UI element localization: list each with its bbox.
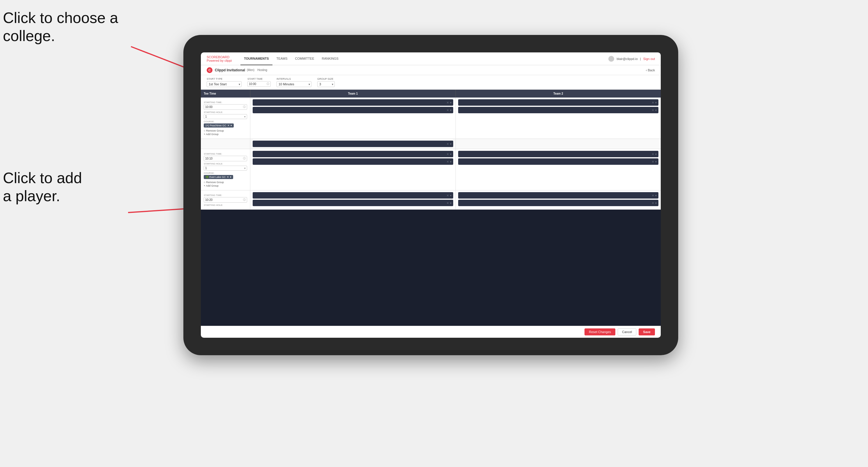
course-tag-2[interactable]: 🌿 East Lake GC ✕ ▾: [204, 175, 233, 179]
player-slot[interactable]: ✕ ▾: [253, 107, 453, 113]
course-label-1: COURSE:: [204, 120, 247, 123]
hosting-label: Hosting: [257, 68, 267, 72]
remove-group-btn-1[interactable]: ○ Remove Group: [204, 129, 247, 132]
slot-close-icon[interactable]: ✕: [652, 108, 654, 112]
slot-close-icon[interactable]: ✕: [652, 160, 654, 163]
add-group-btn-1[interactable]: + Add Group: [204, 133, 247, 136]
starting-time-input-3[interactable]: 10:20ⓘ: [204, 197, 247, 203]
player-slot[interactable]: ✕ ▾: [253, 158, 453, 165]
nav-tab-teams[interactable]: TEAMS: [273, 53, 291, 65]
start-time-label: Start Time: [247, 77, 271, 80]
nav-separator: |: [640, 57, 641, 61]
slot-chevron-icon[interactable]: ▾: [450, 153, 452, 156]
start-time-input[interactable]: 10:00 ⓘ: [247, 81, 271, 87]
team2-col-3: ✕ ▾ ✕ ▾: [456, 190, 661, 209]
table-row: STARTING TIME: 10:10ⓘ STARTING HOLE: 1▾ …: [201, 149, 661, 190]
starting-time-label-3: STARTING TIME:: [204, 194, 247, 196]
player-slot[interactable]: ✕ ▾: [253, 99, 453, 106]
player-slot[interactable]: ✕ ▾: [253, 192, 453, 198]
player-slot[interactable]: ✕ ▾: [253, 151, 453, 157]
remove-course-icon-1[interactable]: ✕: [227, 124, 230, 127]
slot-close-icon[interactable]: ✕: [446, 194, 449, 197]
remove-group-btn-2[interactable]: ○ Remove Group: [204, 181, 247, 184]
slot-close-icon[interactable]: ✕: [446, 160, 449, 163]
slot-chevron-icon[interactable]: ▾: [450, 143, 452, 146]
team2-col-2: ✕ ▾ ✕ ▾: [456, 149, 661, 190]
user-email: blair@clippd.io: [617, 57, 638, 61]
tee-col-1: STARTING TIME: 10:00ⓘ STARTING HOLE: 1▾ …: [201, 97, 250, 138]
slot-close-icon[interactable]: ✕: [652, 101, 654, 104]
nav-tab-tournaments[interactable]: TOURNAMENTS: [241, 53, 272, 65]
nav-right: blair@clippd.io | Sign out: [608, 56, 655, 62]
slot-chevron-icon[interactable]: ▾: [655, 201, 657, 205]
slot-chevron-icon[interactable]: ▾: [655, 194, 657, 197]
intervals-select-wrapper: 10 Minutes: [277, 81, 311, 87]
add-group-btn-2[interactable]: + Add Group: [204, 184, 247, 187]
slot-chevron-icon[interactable]: ▾: [655, 160, 657, 163]
intervals-select[interactable]: 10 Minutes: [277, 81, 311, 87]
back-button[interactable]: ‹ Back: [646, 68, 655, 72]
slot-close-icon[interactable]: ✕: [446, 101, 449, 104]
player-slot[interactable]: ✕ ▾: [253, 141, 453, 147]
course-label-2: COURSE:: [204, 172, 247, 175]
start-type-select[interactable]: 1st Tee Start: [207, 81, 242, 87]
slot-chevron-icon[interactable]: ▾: [450, 160, 452, 163]
slot-close-icon[interactable]: ✕: [652, 194, 654, 197]
th-team1: Team 1: [250, 90, 456, 97]
slot-chevron-icon[interactable]: ▾: [450, 201, 452, 205]
slot-close-icon[interactable]: ✕: [446, 108, 449, 112]
player-slot[interactable]: ✕ ▾: [458, 99, 659, 106]
slot-chevron-icon[interactable]: ▾: [450, 108, 452, 112]
slot-chevron-icon[interactable]: ▾: [450, 194, 452, 197]
remove-course-icon-2[interactable]: ✕: [227, 176, 229, 179]
player-slot[interactable]: ✕ ▾: [458, 107, 659, 113]
starting-time-input-2[interactable]: 10:10ⓘ: [204, 156, 247, 161]
group-actions-2: ○ Remove Group + Add Group: [204, 181, 247, 187]
course-tag-1[interactable]: (A) Peachtree GC ✕ ▾: [204, 123, 234, 127]
starting-time-input-1[interactable]: 10:00ⓘ: [204, 104, 247, 110]
start-type-select-wrapper: 1st Tee Start: [207, 81, 242, 87]
sign-out-link[interactable]: Sign out: [643, 57, 655, 61]
player-slot[interactable]: ✕ ▾: [458, 200, 659, 206]
logo-text: SCOREBOARD: [207, 55, 232, 59]
player-slot[interactable]: ✕ ▾: [458, 192, 659, 198]
starting-hole-input-2[interactable]: 1▾: [204, 166, 247, 170]
edit-course-icon-2[interactable]: ▾: [230, 176, 231, 179]
annotation-choose-college: Click to choose a college.: [3, 9, 118, 45]
slot-close-icon[interactable]: ✕: [446, 201, 449, 205]
slot-close-icon[interactable]: ✕: [652, 201, 654, 205]
reset-changes-button[interactable]: Reset Changes: [585, 329, 615, 335]
ann2-line2: a player.: [3, 187, 60, 205]
group-size-select-wrapper: 3: [317, 81, 335, 87]
slot-close-icon[interactable]: ✕: [446, 143, 449, 146]
slot-chevron-icon[interactable]: ▾: [450, 101, 452, 104]
nav-tab-committee[interactable]: COMMITTEE: [291, 53, 317, 65]
start-type-label: Start Type: [207, 77, 242, 80]
start-time-group: Start Time 10:00 ⓘ: [247, 77, 271, 87]
slot-chevron-icon[interactable]: ▾: [655, 153, 657, 156]
table-row: ✕ ▾: [201, 139, 661, 149]
slot-chevron-icon[interactable]: ▾: [655, 101, 657, 104]
nav-bar: SCOREBOARD Powered by clippi TOURNAMENTS…: [201, 53, 661, 65]
ann1-line2: college.: [3, 27, 55, 44]
group-actions-1: ○ Remove Group + Add Group: [204, 129, 247, 136]
table-header: Tee Time Team 1 Team 2: [201, 90, 661, 97]
player-slot[interactable]: ✕ ▾: [253, 200, 453, 206]
table-row: STARTING TIME: 10:00ⓘ STARTING HOLE: 1▾ …: [201, 97, 661, 139]
group-size-group: Group Size 3: [317, 77, 335, 87]
slot-chevron-icon[interactable]: ▾: [655, 108, 657, 112]
player-slot[interactable]: ✕ ▾: [458, 158, 659, 165]
slot-close-icon[interactable]: ✕: [652, 153, 654, 156]
tablet-screen: SCOREBOARD Powered by clippi TOURNAMENTS…: [201, 53, 661, 338]
starting-hole-input-1[interactable]: 1▾: [204, 114, 247, 119]
starting-time-label-1: STARTING TIME:: [204, 101, 247, 104]
slot-close-icon[interactable]: ✕: [446, 153, 449, 156]
cancel-button[interactable]: Cancel: [618, 329, 636, 335]
intervals-group: Intervals 10 Minutes: [277, 77, 311, 87]
nav-tab-rankings[interactable]: RANKINGS: [318, 53, 342, 65]
group-size-select[interactable]: 3: [317, 81, 335, 87]
save-button[interactable]: Save: [639, 329, 655, 335]
starting-hole-label-2: STARTING HOLE:: [204, 162, 247, 165]
player-slot[interactable]: ✕ ▾: [458, 151, 659, 157]
edit-course-icon-1[interactable]: ▾: [230, 124, 232, 127]
